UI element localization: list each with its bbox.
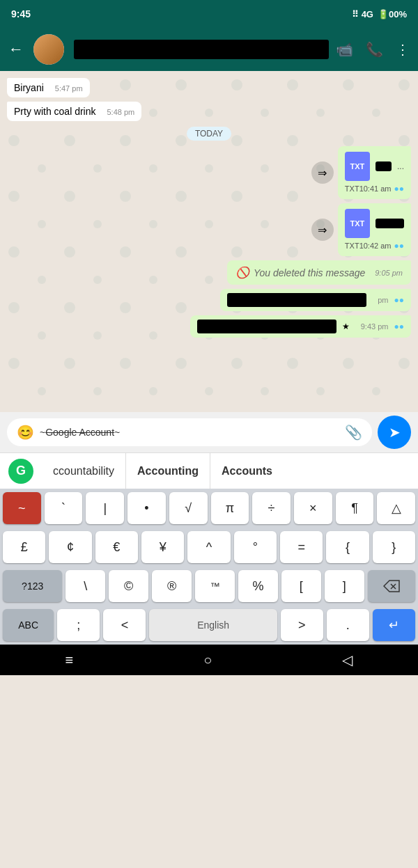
autocomplete-word-1[interactable]: ccountability xyxy=(42,453,126,489)
key-degree[interactable]: ° xyxy=(234,531,277,563)
header-actions: 📹 📞 ⋮ xyxy=(336,41,410,58)
key-triangle[interactable]: △ xyxy=(377,492,415,524)
deleted-text: You deleted this message xyxy=(254,267,365,278)
key-tilde[interactable]: ~ xyxy=(3,492,41,524)
file-bubble: TXT ... TXT 10:41 am ●● xyxy=(338,146,411,199)
message-text: Biryani xyxy=(14,82,44,93)
voice-call-icon[interactable]: 📞 xyxy=(366,41,383,58)
file-type-icon: TXT xyxy=(345,152,370,181)
incoming-bubble: Biryani 5:47 pm xyxy=(7,78,90,97)
nav-back-icon[interactable]: ◁ xyxy=(342,652,353,668)
message-row: Biryani 5:47 pm xyxy=(7,78,411,97)
file-label: TXT xyxy=(345,184,359,193)
key-brace-close[interactable]: } xyxy=(373,531,415,563)
outgoing-bubble: ★ 9:43 pm ●● xyxy=(190,315,411,338)
key-pipe[interactable]: | xyxy=(86,492,124,524)
forward-icon[interactable]: ⇒ xyxy=(311,161,334,184)
file-type-icon: TXT xyxy=(345,209,370,238)
message-time: 10:42 am xyxy=(359,242,392,250)
autocomplete-word-2[interactable]: Accounting xyxy=(126,453,210,489)
key-bracket-close[interactable]: ] xyxy=(325,570,364,602)
key-pound[interactable]: £ xyxy=(3,531,45,563)
keyboard-row-4: ABC ; < English > . ↵ xyxy=(0,606,418,645)
key-pi[interactable]: π xyxy=(211,492,249,524)
tilde-suffix: ~ xyxy=(114,427,120,438)
nav-home-icon[interactable]: ○ xyxy=(203,652,212,668)
battery-icon: 🔋00% xyxy=(378,9,407,19)
autocomplete-bar: G ccountability Accounting Accounts xyxy=(0,452,418,489)
chat-header: ← 📹 📞 ⋮ xyxy=(0,28,418,71)
message-time: 10:41 am xyxy=(359,184,392,193)
message-row: 🚫 You deleted this message 9:05 pm xyxy=(7,260,411,285)
read-ticks: ●● xyxy=(394,184,405,194)
file-name xyxy=(376,219,404,228)
keyboard: ~ ` | • √ π ÷ × ¶ △ £ ¢ € ¥ ^ ° = { } ?1… xyxy=(0,489,418,645)
key-paragraph[interactable]: ¶ xyxy=(336,492,374,524)
key-copyright[interactable]: © xyxy=(109,570,148,602)
attach-button[interactable]: 📎 xyxy=(345,424,362,441)
message-input[interactable]: ~Google Account~ xyxy=(40,427,339,438)
key-bracket-open[interactable]: [ xyxy=(281,570,321,602)
key-bullet[interactable]: • xyxy=(127,492,166,524)
tilde-prefix: ~ xyxy=(40,427,45,438)
incoming-bubble: Prty with coal drink 5:48 pm xyxy=(7,102,141,121)
message-time: 5:47 pm xyxy=(49,84,83,93)
nav-menu-icon[interactable]: ≡ xyxy=(65,652,74,668)
send-button[interactable]: ➤ xyxy=(378,416,411,449)
key-brace-open[interactable]: { xyxy=(326,531,369,563)
back-button[interactable]: ← xyxy=(8,40,24,58)
key-123[interactable]: ?123 xyxy=(3,570,62,602)
key-sqrt[interactable]: √ xyxy=(169,492,208,524)
read-ticks: ●● xyxy=(394,241,405,251)
key-backtick[interactable]: ` xyxy=(45,492,83,524)
chat-area: Biryani 5:47 pm Prty with coal drink 5:4… xyxy=(0,71,418,412)
key-yen[interactable]: ¥ xyxy=(141,531,184,563)
contact-name xyxy=(74,40,329,59)
keyboard-row-3: ?123 \ © ® ™ % [ ] xyxy=(0,567,418,606)
grammarly-icon: G xyxy=(8,459,33,484)
status-bar: 9:45 ⠿ 4G 🔋00% xyxy=(0,0,418,28)
key-greater-than[interactable]: > xyxy=(281,609,323,641)
key-multiply[interactable]: × xyxy=(294,492,332,524)
date-label: TODAY xyxy=(187,127,231,141)
message-row: ⇒ TXT ... TXT 10:41 am ●● xyxy=(7,146,411,199)
message-time: pm xyxy=(372,296,388,304)
key-period[interactable]: . xyxy=(327,609,369,641)
redacted-content xyxy=(227,293,366,307)
key-abc[interactable]: ABC xyxy=(3,609,54,641)
key-divide[interactable]: ÷ xyxy=(252,492,291,524)
key-caret[interactable]: ^ xyxy=(187,531,230,563)
input-text-strikethrough: Google Account xyxy=(45,427,114,438)
key-percent[interactable]: % xyxy=(238,570,278,602)
file-bubble: TXT TXT 10:42 am ●● xyxy=(338,203,411,256)
avatar[interactable] xyxy=(33,34,64,65)
date-separator: TODAY xyxy=(7,127,411,141)
redacted-content xyxy=(197,319,336,333)
key-semicolon[interactable]: ; xyxy=(57,609,100,641)
video-call-icon[interactable]: 📹 xyxy=(336,41,353,58)
status-time: 9:45 xyxy=(11,8,31,19)
deleted-icon: 🚫 xyxy=(235,266,249,279)
read-ticks: ●● xyxy=(394,295,405,305)
forward-icon[interactable]: ⇒ xyxy=(311,219,334,241)
key-less-than[interactable]: < xyxy=(103,609,146,641)
keyboard-row-1: ~ ` | • √ π ÷ × ¶ △ xyxy=(0,489,418,528)
emoji-button[interactable]: 😊 xyxy=(17,424,34,441)
key-backslash[interactable]: \ xyxy=(65,570,105,602)
key-cent[interactable]: ¢ xyxy=(49,531,91,563)
key-registered[interactable]: ® xyxy=(152,570,192,602)
message-time: 9:43 pm xyxy=(355,322,389,331)
key-trademark[interactable]: ™ xyxy=(195,570,235,602)
message-row: Prty with coal drink 5:48 pm xyxy=(7,102,411,121)
space-key[interactable]: English xyxy=(149,609,277,641)
autocomplete-word-3[interactable]: Accounts xyxy=(210,453,284,489)
more-options-icon[interactable]: ⋮ xyxy=(396,41,410,58)
deleted-bubble: 🚫 You deleted this message 9:05 pm xyxy=(227,260,411,285)
message-time: 9:05 pm xyxy=(369,269,403,277)
key-euro[interactable]: € xyxy=(95,531,138,563)
backspace-key[interactable] xyxy=(368,570,415,602)
keyboard-row-2: £ ¢ € ¥ ^ ° = { } xyxy=(0,528,418,567)
key-equals[interactable]: = xyxy=(280,531,323,563)
enter-key[interactable]: ↵ xyxy=(373,609,415,641)
message-row: ★ 9:43 pm ●● xyxy=(7,315,411,338)
